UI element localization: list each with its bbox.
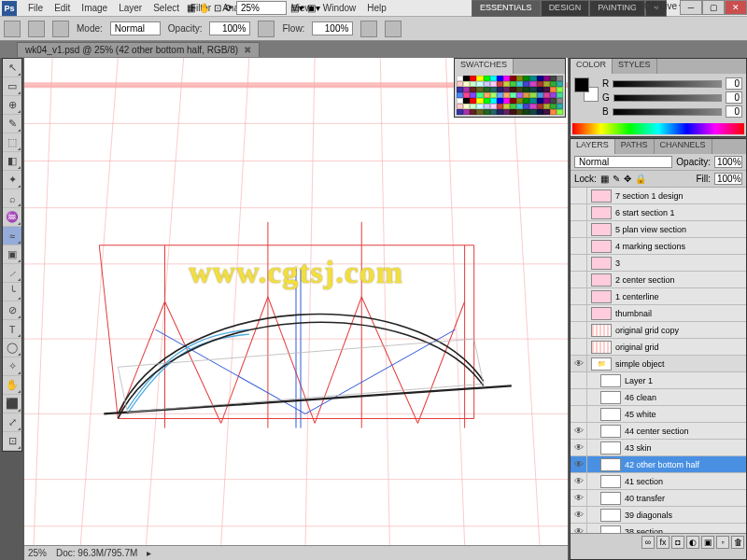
layer-row[interactable]: 👁41 section [571,473,746,490]
tool-1[interactable]: ▭ [3,77,21,96]
delete-layer-icon[interactable]: 🗑 [731,536,744,549]
tool-14[interactable]: T [3,320,21,339]
visibility-toggle-icon[interactable] [571,238,587,255]
layer-row[interactable]: original grid copy [571,322,746,339]
layer-row[interactable]: 👁40 transfer [571,490,746,507]
tool-19[interactable]: ⤢ [3,413,21,432]
visibility-toggle-icon[interactable] [571,221,587,238]
color-tab[interactable]: COLOR [571,59,613,74]
channels-tab[interactable]: CHANNELS [655,139,712,154]
visibility-toggle-icon[interactable]: 👁 [571,490,587,507]
workspace-tab-design[interactable]: DESIGN [541,0,590,17]
swatch[interactable] [529,109,536,115]
tool-11[interactable]: ⟋ [3,264,21,283]
tool-12[interactable]: ╰ [3,283,21,301]
b-slider[interactable] [613,108,722,116]
menu-help[interactable]: Help [361,1,392,15]
tool-3[interactable]: ✎ [3,115,21,133]
layer-name[interactable]: Layer 1 [625,376,746,385]
layer-name[interactable]: 46 clean [625,393,746,402]
airbrush-icon[interactable] [360,21,377,37]
flow-input[interactable]: 100% [312,21,353,35]
layer-name[interactable]: 1 centerline [615,292,746,301]
layer-row[interactable]: 👁38 section [571,524,746,533]
layers-tab[interactable]: LAYERS [571,139,615,154]
visibility-toggle-icon[interactable] [571,389,587,406]
opacity-input[interactable]: 100% [209,21,250,35]
paths-tab[interactable]: PATHS [615,139,655,154]
visibility-toggle-icon[interactable] [571,305,587,322]
lock-pixels-icon[interactable]: ✎ [613,174,620,184]
hand-icon[interactable]: ✋ [199,3,210,13]
layer-row[interactable]: Layer 1 [571,372,746,389]
tool-10[interactable]: ▣ [3,245,21,264]
visibility-toggle-icon[interactable]: 👁 [571,507,587,524]
zoom-readout[interactable]: 25% [28,548,47,558]
r-slider[interactable] [613,80,722,88]
foreground-background-swatch[interactable] [574,77,599,102]
swatch[interactable] [497,109,503,115]
visibility-toggle-icon[interactable]: 👁 [571,423,587,440]
layer-name[interactable]: 6 start section 1 [615,208,746,217]
visibility-toggle-icon[interactable] [571,204,587,221]
visibility-toggle-icon[interactable] [571,255,587,272]
new-group-icon[interactable]: ▣ [701,536,714,549]
menu-edit[interactable]: Edit [49,1,76,15]
tool-18[interactable]: ⬛ [3,395,21,413]
swatch[interactable] [463,109,470,115]
swatch[interactable] [516,109,523,115]
canvas[interactable]: www.cgtsj.com [24,58,568,545]
visibility-toggle-icon[interactable] [571,188,587,204]
tool-6[interactable]: ✦ [3,171,21,189]
tool-17[interactable]: ✋ [3,376,21,395]
cs-live-menu[interactable]: ⊞CS Live▾ [635,1,684,11]
adjustment-layer-icon[interactable]: ◐ [686,536,699,549]
layer-style-icon[interactable]: fx [656,536,669,549]
tool-7[interactable]: ⌕ [3,189,21,208]
layer-opacity-input[interactable]: 100% [714,156,742,168]
layer-name[interactable]: 39 diagonals [625,511,746,520]
zoom-icon[interactable]: ⊡ [214,3,221,13]
layer-row[interactable]: 45 white [571,406,746,423]
styles-tab[interactable]: STYLES [613,59,657,74]
pressure-opacity-icon[interactable] [258,21,275,37]
g-slider[interactable] [613,94,722,102]
tool-15[interactable]: ◯ [3,339,21,357]
screen-mode-icon[interactable]: ▣▾ [307,3,320,13]
layer-name[interactable]: 2 center section [615,275,746,285]
tool-5[interactable]: ◧ [3,152,21,171]
layer-name[interactable]: 43 skin [625,443,746,453]
visibility-toggle-icon[interactable] [571,339,587,356]
layer-name[interactable]: simple object [615,359,746,369]
visibility-toggle-icon[interactable] [571,288,587,305]
layers-list[interactable]: 7 section 1 design6 start section 15 pla… [571,188,746,533]
document-tab[interactable]: wk04_v1.psd @ 25% (42 other bottom half,… [17,42,260,57]
fill-input[interactable]: 100% [714,173,742,185]
menu-file[interactable]: File [22,1,49,15]
layer-row[interactable]: original grid [571,339,746,356]
tool-preset-icon[interactable] [4,21,21,37]
swatch[interactable] [484,109,490,115]
doc-size-readout[interactable]: Doc: 96.3M/795.7M [56,548,137,558]
layer-row[interactable]: 👁📁simple object [571,356,746,372]
visibility-toggle-icon[interactable]: 👁 [571,524,587,534]
swatch[interactable] [543,109,550,115]
r-value[interactable]: 0 [726,77,742,90]
visibility-toggle-icon[interactable] [571,406,587,423]
maximize-button[interactable]: ▢ [702,0,725,15]
swatch[interactable] [550,109,557,115]
blend-mode-select[interactable]: Normal [110,21,161,35]
g-value[interactable]: 0 [726,91,742,104]
layer-row[interactable]: 1 centerline [571,288,746,305]
layer-name[interactable]: 7 section 1 design [615,191,746,201]
tool-16[interactable]: ✧ [3,357,21,376]
tool-2[interactable]: ⊕ [3,96,21,115]
workspace-tab-essentials[interactable]: ESSENTIALS [472,0,541,17]
layer-name[interactable]: thumbnail [615,309,746,318]
layer-row[interactable]: 7 section 1 design [571,188,746,204]
tool-4[interactable]: ⬚ [3,133,21,152]
rotate-icon[interactable]: ⟳ [225,3,233,13]
b-value[interactable]: 0 [726,105,742,118]
blend-mode-select[interactable]: Normal [574,156,672,168]
visibility-toggle-icon[interactable]: 👁 [571,473,587,490]
